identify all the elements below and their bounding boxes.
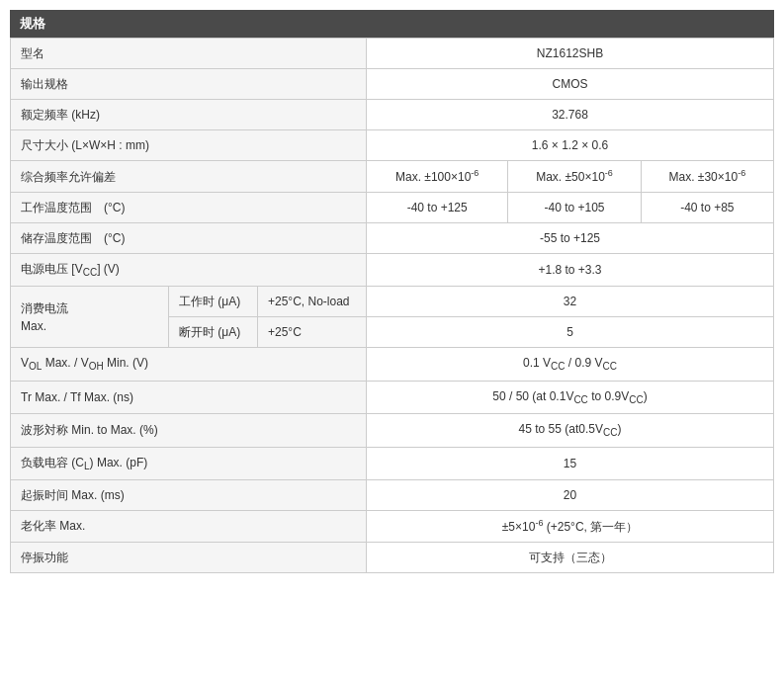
- tr-tf-value: 50 / 50 (at 0.1VCC to 0.9VCC): [367, 381, 774, 413]
- table-row-start-time: 起振时间 Max. (ms) 20: [11, 479, 774, 510]
- model-label: 型名: [11, 39, 367, 69]
- size-label: 尺寸大小 (L×W×H : mm): [11, 130, 367, 161]
- voltage-label: 电源电压 [VCC] (V): [11, 254, 367, 287]
- table-row-output: 输出规格 CMOS: [11, 69, 774, 100]
- storage-temp-value: -55 to +125: [367, 223, 774, 254]
- stop-value: 可支持（三态）: [367, 542, 774, 572]
- op-temp-col2: -40 to +105: [508, 193, 641, 223]
- current-op-label: 工作时 (μA): [169, 287, 258, 317]
- op-temp-col1: -40 to +125: [367, 193, 508, 223]
- size-value: 1.6 × 1.2 × 0.6: [367, 130, 774, 161]
- table-row-size: 尺寸大小 (L×W×H : mm) 1.6 × 1.2 × 0.6: [11, 130, 774, 161]
- op-temp-col3: -40 to +85: [641, 193, 773, 223]
- aging-label: 老化率 Max.: [11, 510, 367, 542]
- op-temp-label: 工作温度范围 (°C): [11, 193, 367, 223]
- table-row-voltage: 电源电压 [VCC] (V) +1.8 to +3.3: [11, 254, 774, 287]
- stop-label: 停振功能: [11, 542, 367, 572]
- aging-value: ±5×10-6 (+25°C, 第一年）: [367, 510, 774, 542]
- symmetry-value: 45 to 55 (at0.5VCC): [367, 414, 774, 447]
- vol-voh-value: 0.1 VCC / 0.9 VCC: [367, 348, 774, 381]
- model-value: NZ1612SHB: [367, 39, 774, 69]
- tr-tf-label: Tr Max. / Tf Max. (ns): [11, 381, 367, 413]
- table-row-stop: 停振功能 可支持（三态）: [11, 542, 774, 572]
- current-label: 消费电流Max.: [11, 287, 169, 348]
- table-row-storage-temp: 储存温度范围 (°C) -55 to +125: [11, 223, 774, 254]
- start-time-label: 起振时间 Max. (ms): [11, 479, 367, 510]
- freq-tol-label: 综合频率允许偏差: [11, 161, 367, 193]
- table-row-symmetry: 波形対称 Min. to Max. (%) 45 to 55 (at0.5VCC…: [11, 414, 774, 447]
- table-row-aging: 老化率 Max. ±5×10-6 (+25°C, 第一年）: [11, 510, 774, 542]
- freq-label: 额定频率 (kHz): [11, 100, 367, 130]
- table-row-tr-tf: Tr Max. / Tf Max. (ns) 50 / 50 (at 0.1VC…: [11, 381, 774, 413]
- current-off-sub: +25°C: [258, 317, 367, 348]
- output-value: CMOS: [367, 69, 774, 100]
- load-cap-value: 15: [367, 447, 774, 479]
- table-row-op-temp: 工作温度范围 (°C) -40 to +125 -40 to +105 -40 …: [11, 193, 774, 223]
- storage-temp-label: 储存温度范围 (°C): [11, 223, 367, 254]
- start-time-value: 20: [367, 479, 774, 510]
- symmetry-label: 波形対称 Min. to Max. (%): [11, 414, 367, 447]
- current-op-sub: +25°C, No-load: [258, 287, 367, 317]
- table-row-freq-tol: 综合频率允许偏差 Max. ±100×10-6 Max. ±50×10-6 Ma…: [11, 161, 774, 193]
- vol-voh-label: VOL Max. / VOH Min. (V): [11, 348, 367, 381]
- freq-tol-col1: Max. ±100×10-6: [367, 161, 508, 193]
- freq-value: 32.768: [367, 100, 774, 130]
- output-label: 输出规格: [11, 69, 367, 100]
- section-title: 规格: [10, 10, 774, 38]
- table-row-model: 型名 NZ1612SHB: [11, 39, 774, 69]
- voltage-value: +1.8 to +3.3: [367, 254, 774, 287]
- table-row-freq: 额定频率 (kHz) 32.768: [11, 100, 774, 130]
- freq-tol-col3: Max. ±30×10-6: [641, 161, 773, 193]
- current-op-value: 32: [367, 287, 774, 317]
- table-row-vol-voh: VOL Max. / VOH Min. (V) 0.1 VCC / 0.9 VC…: [11, 348, 774, 381]
- current-off-value: 5: [367, 317, 774, 348]
- load-cap-label: 负载电容 (CL) Max. (pF): [11, 447, 367, 479]
- current-off-label: 断开时 (μA): [169, 317, 258, 348]
- table-row-load-cap: 负载电容 (CL) Max. (pF) 15: [11, 447, 774, 479]
- table-row-current-op: 消费电流Max. 工作时 (μA) +25°C, No-load 32: [11, 287, 774, 317]
- freq-tol-col2: Max. ±50×10-6: [508, 161, 641, 193]
